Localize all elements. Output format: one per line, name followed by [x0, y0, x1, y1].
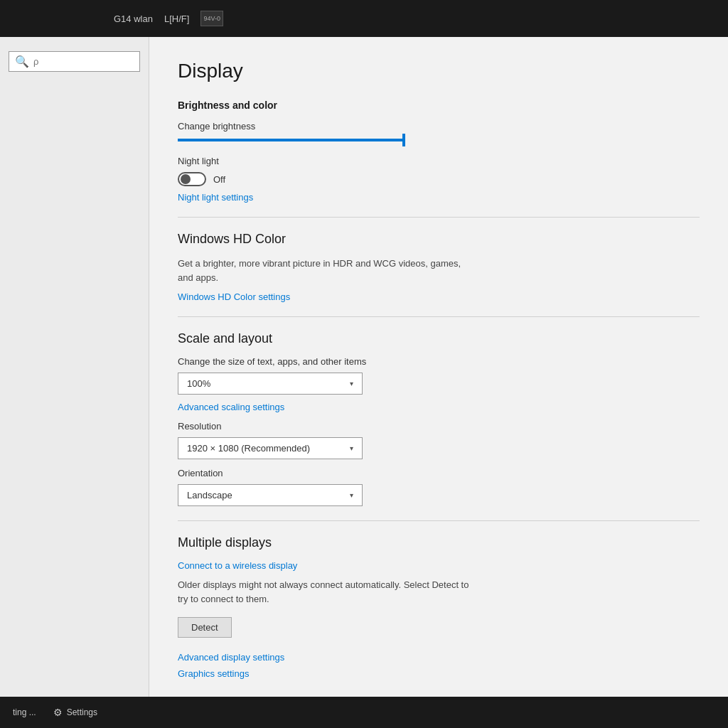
taskbar-settings-label: Settings [67, 707, 97, 717]
hd-color-section: Windows HD Color Get a brighter, more vi… [178, 232, 700, 302]
toggle-knob [181, 174, 191, 184]
mode-label: L[H/F] [164, 14, 189, 24]
orientation-label: Orientation [178, 468, 700, 478]
resolution-dropdown[interactable]: 1920 × 1080 (Recommended) ▾ [178, 437, 363, 459]
brightness-color-section: Brightness and color Change brightness N… [178, 100, 700, 203]
top-bar: G14 wlan L[H/F] 94V-0 [0, 0, 728, 37]
hd-color-title: Windows HD Color [178, 232, 700, 247]
brightness-section: Change brightness [178, 121, 700, 141]
orientation-selected-value: Landscape [187, 490, 232, 500]
scale-layout-title: Scale and layout [178, 331, 700, 346]
scale-dropdown-arrow: ▾ [350, 380, 353, 387]
night-light-settings-link[interactable]: Night light settings [178, 192, 700, 203]
resolution-dropdown-arrow: ▾ [350, 444, 353, 452]
taskbar: ting ... ⚙ Settings [0, 697, 728, 728]
divider-3 [178, 520, 700, 521]
hd-color-description: Get a brighter, more vibrant picture in … [178, 257, 476, 284]
resolution-selected-value: 1920 × 1080 (Recommended) [187, 443, 310, 454]
divider-1 [178, 217, 700, 218]
search-box[interactable]: 🔍 [9, 51, 140, 72]
night-light-toggle[interactable] [178, 172, 206, 186]
divider-2 [178, 316, 700, 317]
brightness-label: Change brightness [178, 121, 700, 132]
night-light-label: Night light [178, 156, 700, 166]
page-title: Display [178, 60, 700, 82]
advanced-scaling-link[interactable]: Advanced scaling settings [178, 402, 700, 412]
multiple-displays-title: Multiple displays [178, 535, 700, 550]
connect-wireless-link[interactable]: Connect to a wireless display [178, 560, 700, 571]
orientation-dropdown-arrow: ▾ [350, 491, 353, 499]
hd-color-settings-link[interactable]: Windows HD Color settings [178, 291, 700, 302]
detect-button[interactable]: Detect [178, 617, 232, 638]
main-layout: 🔍 Display Brightness and color Change br… [0, 37, 728, 697]
search-input[interactable] [33, 56, 134, 67]
resolution-label: Resolution [178, 421, 700, 432]
scale-layout-section: Scale and layout Change the size of text… [178, 331, 700, 506]
brightness-color-title: Brightness and color [178, 100, 700, 111]
bottom-links: Advanced display settings Graphics setti… [178, 652, 700, 679]
battery-icon: 94V-0 [200, 11, 223, 26]
night-light-toggle-row: Off [178, 172, 700, 186]
settings-content: Display Brightness and color Change brig… [149, 37, 728, 697]
multiple-displays-section: Multiple displays Connect to a wireless … [178, 535, 700, 652]
scale-label: Change the size of text, apps, and other… [178, 356, 700, 367]
scale-dropdown[interactable]: 100% ▾ [178, 373, 363, 395]
advanced-display-settings-link[interactable]: Advanced display settings [178, 652, 700, 663]
brightness-slider-track[interactable] [178, 139, 405, 141]
gear-icon: ⚙ [53, 707, 63, 718]
brightness-slider-container[interactable] [178, 139, 700, 141]
scale-selected-value: 100% [187, 378, 210, 389]
orientation-dropdown[interactable]: Landscape ▾ [178, 484, 363, 506]
night-light-state: Off [213, 174, 225, 185]
taskbar-settings-item[interactable]: ⚙ Settings [46, 704, 105, 721]
sidebar: 🔍 [0, 37, 149, 697]
taskbar-app-item[interactable]: ting ... [6, 705, 43, 720]
brightness-slider-thumb[interactable] [402, 134, 405, 146]
graphics-settings-link[interactable]: Graphics settings [178, 668, 700, 679]
search-icon: 🔍 [15, 55, 29, 68]
multiple-displays-description: Older displays might not always connect … [178, 578, 476, 606]
taskbar-app-label: ting ... [13, 707, 36, 717]
network-label: G14 wlan [114, 14, 153, 24]
